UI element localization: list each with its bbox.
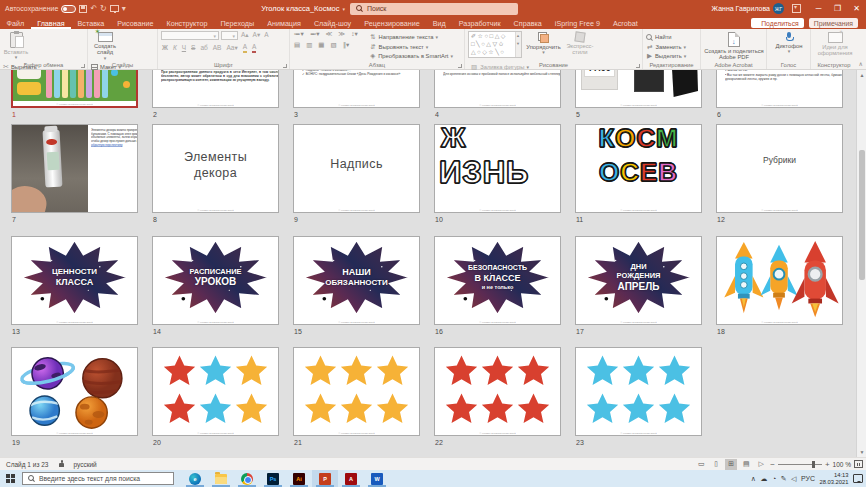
onedrive-icon[interactable]: ☁ xyxy=(760,475,767,483)
zoom-in-icon[interactable]: + xyxy=(825,460,830,469)
zoom-slider-thumb[interactable] xyxy=(812,461,815,468)
slide-thumb-21[interactable]: © Космос педагогических идей xyxy=(293,347,420,436)
tab-draw[interactable]: Рисование xyxy=(111,17,160,29)
slide-thumb-2[interactable]: При распространении данного продукта в с… xyxy=(152,70,279,108)
slide-thumb-5[interactable]: 77.00 © Космос педагогических идей xyxy=(575,70,702,108)
zoom-slider[interactable] xyxy=(778,464,822,465)
change-case-button[interactable]: Аа▾ xyxy=(226,45,237,52)
tab-developer[interactable]: Разработчик xyxy=(452,17,507,29)
fit-to-window-icon[interactable] xyxy=(854,460,863,468)
slide-thumb-20[interactable]: © Космос педагогических идей xyxy=(152,347,279,436)
text-shadow-button[interactable]: аб xyxy=(200,45,207,52)
slide-thumb-12[interactable]: Рубрики © Космос педагогических идей xyxy=(716,124,843,213)
taskbar-file-explorer[interactable] xyxy=(208,470,234,487)
tab-animations[interactable]: Анимация xyxy=(261,17,308,29)
tab-help[interactable]: Справка xyxy=(507,17,548,29)
zoom-out-icon[interactable]: − xyxy=(770,460,775,469)
taskbar-word[interactable]: W xyxy=(364,470,390,487)
taskbar-edge[interactable]: e xyxy=(182,470,208,487)
numbering-button[interactable]: ≕▾ xyxy=(310,31,320,38)
tab-file[interactable]: Файл xyxy=(0,17,31,29)
font-color-button[interactable]: А xyxy=(252,44,256,53)
font-name-select[interactable]: ▾ xyxy=(161,31,219,40)
tab-design[interactable]: Конструктор xyxy=(160,17,214,29)
start-button[interactable] xyxy=(0,470,21,487)
scroll-up-icon[interactable]: ▲ xyxy=(857,70,866,80)
slide-thumb-11[interactable]: КОСМ ОСЕВ © Космос педагогических идей xyxy=(575,124,702,213)
font-size-select[interactable]: ▾ xyxy=(221,31,238,40)
slide-thumb-17[interactable]: ДНИРОЖДЕНИЯАПРЕЛЬ © Космос педагогически… xyxy=(575,236,702,325)
user-name[interactable]: Жанна Гаврилова xyxy=(712,5,770,12)
taskbar-illustrator[interactable]: Ai xyxy=(286,470,312,487)
tab-acrobat[interactable]: Acrobat xyxy=(606,17,644,29)
collapse-ribbon-icon[interactable]: ∧ xyxy=(859,60,863,67)
highlight-color-button[interactable]: А xyxy=(243,44,247,53)
dictate-button[interactable]: Диктофон▾ xyxy=(770,31,808,61)
action-center-icon[interactable] xyxy=(853,474,863,483)
share-button[interactable]: Поделиться xyxy=(751,18,804,28)
undo-icon[interactable]: ↶ xyxy=(90,5,97,13)
slide-thumb-8[interactable]: Элементы декора © Космос педагогических … xyxy=(152,124,279,213)
align-left-button[interactable]: ▤ xyxy=(294,42,300,49)
tab-insert[interactable]: Вставка xyxy=(71,17,111,29)
tab-ispring[interactable]: iSpring Free 9 xyxy=(548,17,606,29)
start-slideshow-icon[interactable] xyxy=(110,5,119,12)
slide-thumb-4[interactable]: используйте обратную перспективу или осн… xyxy=(434,70,561,108)
text-direction-button[interactable]: ⇅Направление текста▾ xyxy=(369,33,453,42)
taskbar-powerpoint[interactable]: P xyxy=(312,470,338,487)
slide-thumb-1[interactable]: © Космос педагогических идей xyxy=(11,70,138,108)
search-box[interactable]: Поиск xyxy=(350,3,518,15)
slide-sorter-view-button[interactable]: ⊞ xyxy=(725,459,737,470)
zoom-level[interactable]: 100 % xyxy=(833,461,851,468)
notes-button[interactable]: ▭ xyxy=(695,459,707,470)
slide-thumb-13[interactable]: ЦЕННОСТИКЛАССА © Космос педагогических и… xyxy=(11,236,138,325)
clipboard-dialog-launcher[interactable] xyxy=(81,64,85,68)
slide-thumb-18[interactable]: © Космос педагогических идей xyxy=(716,236,843,325)
bold-button[interactable]: Ж xyxy=(162,45,168,52)
slide-thumb-15[interactable]: НАШИОБЯЗАННОСТИ © Космос педагогических … xyxy=(293,236,420,325)
paragraph-dialog-launcher[interactable] xyxy=(458,64,462,68)
taskbar-photoshop[interactable]: Ps xyxy=(260,470,286,487)
close-button[interactable]: ✕ xyxy=(847,0,866,17)
reading-view-button[interactable]: ▤ xyxy=(740,459,752,470)
minimize-button[interactable]: ─ xyxy=(809,0,828,17)
tab-view[interactable]: Вид xyxy=(426,17,452,29)
language-indicator[interactable]: русский xyxy=(73,461,96,468)
tab-transitions[interactable]: Переходы xyxy=(214,17,261,29)
convert-smartart-button[interactable]: ◈Преобразовать в SmartArt▾ xyxy=(369,52,453,61)
scroll-down-icon[interactable]: ▼ xyxy=(857,447,866,457)
language-switcher[interactable]: РУС xyxy=(801,475,815,482)
slide-thumb-19[interactable]: © Космос педагогических идей xyxy=(11,347,138,436)
paste-button[interactable]: Вставить▾ xyxy=(3,31,29,61)
tray-expand-icon[interactable]: ∧ xyxy=(751,475,756,483)
normal-view-button[interactable]: ▯ xyxy=(710,459,722,470)
shapes-gallery[interactable]: ✐☆○□△◇□╲○△▽✩△○◇☆╲○▲▼ xyxy=(468,31,522,58)
font-dialog-launcher[interactable] xyxy=(283,64,287,68)
italic-button[interactable]: К xyxy=(173,45,177,52)
strikethrough-button[interactable]: S xyxy=(191,45,195,52)
columns-button[interactable]: ∥▾ xyxy=(343,42,350,49)
tab-review[interactable]: Рецензирование xyxy=(358,17,427,29)
quick-styles-button[interactable]: Экспресс-стили xyxy=(565,31,595,61)
taskbar-acrobat[interactable]: A xyxy=(338,470,364,487)
slide-thumb-6[interactable]: с шагом 10 см. • Вы так же можете закрыт… xyxy=(716,70,843,108)
line-spacing-button[interactable]: ↕▾ xyxy=(351,31,358,38)
align-center-button[interactable]: ▥ xyxy=(306,42,312,49)
create-pdf-button[interactable]: Создать и поделиться Adobe PDF xyxy=(704,31,764,61)
vertical-scrollbar[interactable]: ▲ ▼ xyxy=(856,70,866,457)
slide-thumb-14[interactable]: РАСПИСАНИЕУРОКОВ © Космос педагогических… xyxy=(152,236,279,325)
arrange-button[interactable]: Упорядочить▾ xyxy=(526,31,560,61)
redo-icon[interactable]: ↻ xyxy=(100,5,107,13)
slide-thumb-10[interactable]: Ж ИЗНЬ © Космос педагогических идей xyxy=(434,124,561,213)
pen-icon[interactable]: ✎ xyxy=(781,475,787,483)
slide-thumb-22[interactable]: © Космос педагогических идей xyxy=(434,347,561,436)
bullets-button[interactable]: ≔▾ xyxy=(294,31,304,38)
save-icon[interactable] xyxy=(79,5,87,13)
shapes-scrollbar[interactable]: ▲▼ xyxy=(515,32,521,57)
tray-status-icon[interactable]: ◔ xyxy=(772,475,776,482)
tab-slideshow[interactable]: Слайд-шоу xyxy=(307,17,357,29)
design-ideas-button[interactable]: Идеи для оформления xyxy=(814,31,856,61)
avatar[interactable]: ЖГ xyxy=(773,3,784,14)
taskbar-chrome[interactable] xyxy=(234,470,260,487)
align-text-button[interactable]: ⇵Выровнять текст▾ xyxy=(369,43,453,52)
